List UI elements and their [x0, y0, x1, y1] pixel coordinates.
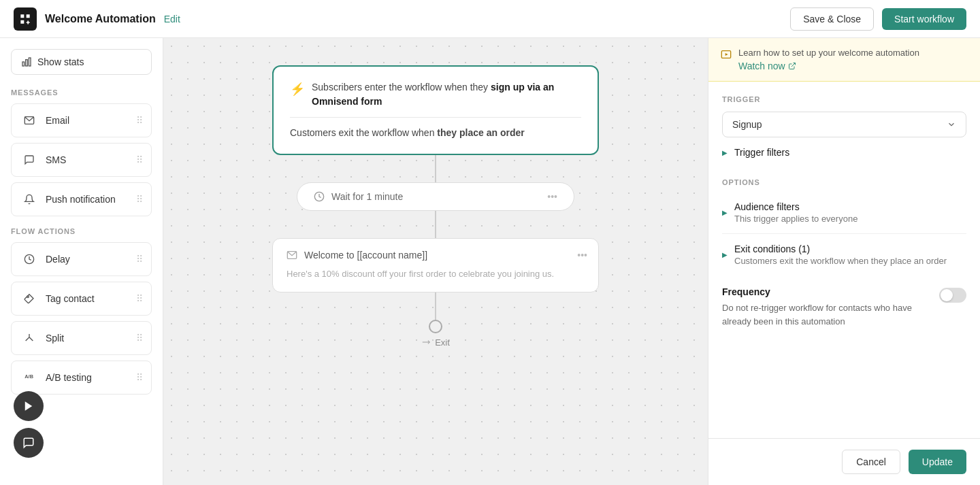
info-video-icon — [721, 49, 732, 62]
frequency-section: Frequency Do not re-trigger workflow for… — [708, 275, 980, 339]
frequency-toggle[interactable] — [939, 288, 966, 303]
workflow-canvas[interactable]: ⚡ Subscribers enter the workflow when th… — [163, 38, 708, 485]
drag-handle-push[interactable]: ⠿ — [136, 194, 143, 205]
sidebar-item-email[interactable]: Email ⠿ — [11, 103, 152, 137]
email-card-body: Here's a 10% discount off your first ord… — [287, 267, 585, 281]
svg-rect-0 — [22, 62, 24, 66]
ab-icon: A/B — [20, 368, 39, 387]
trigger-card[interactable]: ⚡ Subscribers enter the workflow when th… — [272, 65, 599, 155]
exit-node: Exit — [421, 320, 450, 348]
update-button[interactable]: Update — [909, 450, 966, 474]
start-workflow-button[interactable]: Start workflow — [882, 8, 966, 30]
drag-handle-delay[interactable]: ⠿ — [136, 254, 143, 265]
push-label: Push notification — [46, 194, 116, 205]
info-text: Learn how to set up your welcome automat… — [738, 48, 919, 58]
email-card-icon — [287, 250, 297, 261]
drag-handle-email[interactable]: ⠿ — [136, 115, 143, 126]
chat-button[interactable] — [14, 428, 44, 458]
external-link-icon — [788, 62, 796, 70]
svg-rect-1 — [26, 60, 28, 66]
audience-title: Audience filters — [734, 201, 858, 212]
drag-handle-sms[interactable]: ⠿ — [136, 154, 143, 165]
exit-conditions-title: Exit conditions (1) — [734, 244, 947, 254]
trigger-lightning-icon: ⚡ — [290, 82, 305, 97]
connector-3 — [435, 292, 436, 320]
email-icon — [20, 111, 39, 130]
header: Welcome Automation Edit Save & Close Sta… — [0, 0, 980, 38]
sms-label: SMS — [46, 154, 66, 165]
right-panel: Learn how to set up your welcome automat… — [708, 38, 980, 485]
exit-label: Exit — [435, 337, 450, 348]
watch-link[interactable]: Watch now — [738, 61, 919, 71]
stats-icon — [21, 56, 32, 67]
messages-section-label: MESSAGES — [11, 88, 152, 97]
exit-condition-text: Customers exit the workflow when they pl… — [290, 126, 581, 140]
trigger-filters-row[interactable]: ▶ Trigger filters — [722, 137, 966, 167]
sms-icon — [20, 150, 39, 169]
audience-filters-row[interactable]: ▶ Audience filters This trigger applies … — [722, 192, 966, 234]
trigger-dropdown[interactable]: Signup — [722, 112, 966, 137]
trigger-dropdown-value: Signup — [732, 119, 762, 130]
wait-more-icon[interactable]: ••• — [547, 191, 557, 202]
audience-subtitle: This trigger applies to everyone — [734, 214, 858, 224]
svg-text:A/B: A/B — [24, 373, 33, 380]
drag-handle-ab[interactable]: ⠿ — [136, 372, 143, 383]
delay-label: Delay — [46, 254, 70, 265]
svg-line-15 — [791, 63, 796, 67]
drag-handle-split[interactable]: ⠿ — [136, 333, 143, 344]
split-icon — [20, 329, 39, 348]
trigger-section: TRIGGER Signup ▶ Trigger filters — [708, 82, 980, 167]
trigger-label: TRIGGER — [722, 95, 966, 103]
trigger-divider — [290, 117, 581, 118]
sidebar-item-ab[interactable]: A/B A/B testing ⠿ — [11, 361, 152, 395]
svg-line-7 — [26, 337, 29, 341]
edit-link[interactable]: Edit — [164, 14, 180, 24]
email-card-title: Welcome to [[account name]] — [304, 250, 427, 261]
svg-marker-14 — [725, 53, 728, 56]
options-label: OPTIONS — [722, 178, 966, 186]
trigger-filters-title: Trigger filters — [734, 147, 789, 158]
show-stats-label: Show stats — [37, 56, 84, 67]
video-button[interactable] — [14, 391, 44, 421]
floating-btns — [14, 391, 44, 458]
clock-icon — [20, 250, 39, 269]
email-card[interactable]: Welcome to [[account name]] Here's a 10%… — [272, 238, 599, 292]
page-title: Welcome Automation — [45, 13, 156, 25]
logo — [14, 7, 37, 31]
wait-clock-icon — [314, 191, 325, 202]
exit-icon — [421, 337, 431, 347]
exit-conditions-subtitle: Customers exit the workflow when they pl… — [734, 256, 947, 266]
svg-line-8 — [29, 337, 33, 341]
sidebar-item-delay[interactable]: Delay ⠿ — [11, 242, 152, 276]
info-banner: Learn how to set up your welcome automat… — [708, 38, 980, 82]
wait-label: Wait for 1 minute — [331, 191, 403, 202]
show-stats-button[interactable]: Show stats — [11, 49, 152, 75]
expand-exit-icon: ▶ — [722, 251, 728, 258]
cancel-button[interactable]: Cancel — [842, 450, 900, 474]
tag-icon — [20, 289, 39, 308]
sidebar-item-push[interactable]: Push notification ⠿ — [11, 182, 152, 216]
exit-circle — [429, 320, 442, 333]
sidebar-item-sms[interactable]: SMS ⠿ — [11, 143, 152, 177]
email-label: Email — [46, 115, 69, 126]
frequency-desc: Do not re-trigger workflow for contacts … — [722, 301, 928, 328]
sidebar-item-split[interactable]: Split ⠿ — [11, 321, 152, 355]
wait-card[interactable]: Wait for 1 minute ••• — [297, 182, 574, 211]
sidebar-item-tag[interactable]: Tag contact ⠿ — [11, 282, 152, 316]
drag-handle-tag[interactable]: ⠿ — [136, 293, 143, 304]
flow-actions-section-label: FLOW ACTIONS — [11, 227, 152, 235]
email-more-icon[interactable]: ••• — [577, 250, 587, 261]
svg-rect-2 — [29, 58, 31, 66]
connector-1 — [435, 155, 436, 182]
trigger-text-1: Subscribers enter the workflow when they… — [312, 82, 554, 107]
bell-icon — [20, 190, 39, 209]
main-layout: Show stats MESSAGES Email ⠿ SMS ⠿ — [0, 38, 980, 485]
save-close-button[interactable]: Save & Close — [790, 7, 874, 31]
header-right: Save & Close Start workflow — [790, 7, 966, 31]
exit-conditions-row[interactable]: ▶ Exit conditions (1) Customers exit the… — [722, 234, 966, 275]
tag-label: Tag contact — [46, 293, 95, 304]
expand-audience-icon: ▶ — [722, 209, 728, 216]
panel-footer: Cancel Update — [708, 438, 980, 485]
workflow-container: ⚡ Subscribers enter the workflow when th… — [272, 65, 599, 458]
svg-marker-10 — [25, 401, 33, 411]
